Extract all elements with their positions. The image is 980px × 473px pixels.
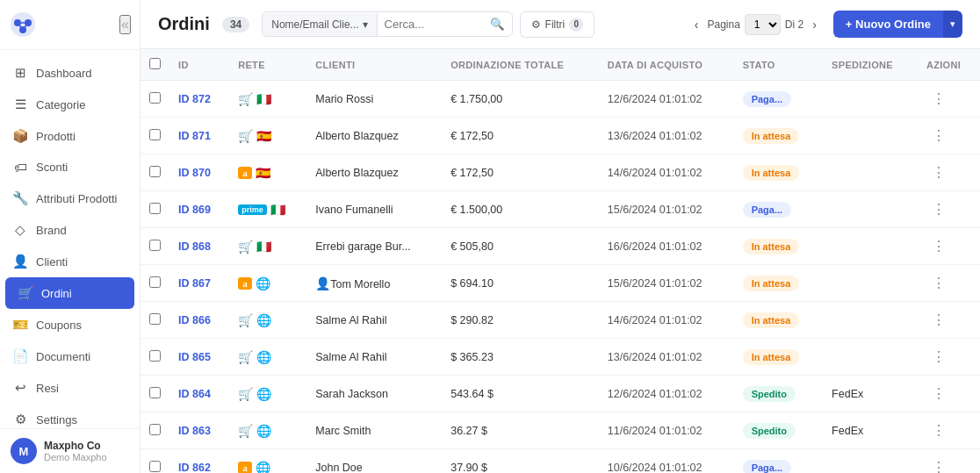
sidebar-nav: ⊞ Dashboard ☰ Categorie 📦 Prodotti 🏷 Sco… — [0, 50, 140, 428]
row-checkbox[interactable] — [149, 276, 161, 288]
order-date-cell: 16/6/2024 01:01:02 — [599, 228, 734, 265]
order-actions-cell: ⋮ — [918, 154, 980, 191]
order-id-link[interactable]: ID 865 — [178, 351, 211, 363]
sidebar-item-clienti[interactable]: 👤 Clienti — [0, 246, 140, 277]
dashboard-icon: ⊞ — [12, 65, 28, 81]
search-filter-dropdown[interactable]: Nome/Email Clie... ▾ — [263, 13, 377, 36]
order-id-cell: ID 864 — [169, 376, 229, 412]
order-actions-cell: ⋮ — [918, 81, 980, 118]
order-network-cell: 🛒 🌐 — [229, 339, 306, 376]
more-actions-button[interactable]: ⋮ — [926, 89, 951, 109]
row-checkbox[interactable] — [149, 350, 161, 362]
sidebar-item-brand[interactable]: ◇ Brand — [0, 214, 140, 246]
sidebar-item-prodotti[interactable]: 📦 Prodotti — [0, 120, 140, 152]
pagination-prev-button[interactable]: ‹ — [690, 16, 703, 33]
order-id-link[interactable]: ID 862 — [178, 462, 211, 474]
col-date: DATA DI ACQUISTO — [599, 49, 734, 81]
order-network-cell: 🛒 🇪🇸 — [229, 118, 306, 154]
more-actions-button[interactable]: ⋮ — [926, 420, 951, 441]
new-order-button[interactable]: + Nuovo Ordine — [833, 11, 943, 38]
row-checkbox[interactable] — [149, 203, 161, 214]
sidebar-item-sconti[interactable]: 🏷 Sconti — [0, 152, 140, 183]
more-actions-button[interactable]: ⋮ — [926, 125, 951, 146]
search-input[interactable] — [378, 12, 483, 36]
pagination-next-button[interactable]: › — [808, 16, 821, 33]
order-network-cell: 🛒 🌐 — [229, 412, 306, 449]
row-checkbox[interactable] — [149, 166, 161, 177]
more-actions-button[interactable]: ⋮ — [926, 162, 951, 183]
order-id-link[interactable]: ID 863 — [178, 425, 211, 437]
col-clienti: CLIENTI — [306, 49, 442, 81]
order-id-link[interactable]: ID 872 — [178, 93, 211, 105]
status-badge: Spedito — [743, 386, 796, 402]
order-id-cell: ID 863 — [169, 412, 229, 449]
table-row: ID 867 a 🌐 👤Tom Morello $ 694.10 15/6/20… — [141, 265, 980, 302]
row-checkbox-cell — [141, 376, 169, 412]
order-id-link[interactable]: ID 866 — [178, 314, 211, 326]
order-id-link[interactable]: ID 867 — [178, 277, 211, 290]
sidebar-item-label: Attributi Prodotti — [36, 192, 118, 205]
order-id-link[interactable]: ID 871 — [178, 130, 211, 142]
sidebar-item-categorie[interactable]: ☰ Categorie — [0, 89, 140, 120]
row-checkbox[interactable] — [149, 387, 161, 398]
more-actions-button[interactable]: ⋮ — [926, 457, 951, 473]
order-status-cell: In attesa — [734, 228, 823, 265]
sidebar-item-resi[interactable]: ↩ Resi — [0, 372, 140, 404]
order-date-cell: 12/6/2024 01:01:02 — [599, 376, 734, 412]
logo-icon — [9, 11, 37, 39]
order-date-cell: 10/6/2024 01:01:02 — [599, 449, 734, 474]
sidebar-collapse-button[interactable]: « — [119, 15, 131, 34]
more-actions-button[interactable]: ⋮ — [926, 310, 951, 330]
filter-button[interactable]: ⚙ Filtri 0 — [520, 11, 595, 38]
sidebar-item-ordini[interactable]: 🛒 Ordini — [5, 277, 134, 309]
flag-icon: 🌐 — [256, 350, 271, 364]
order-id-link[interactable]: ID 869 — [178, 204, 211, 216]
search-button[interactable]: 🔍 — [483, 12, 512, 36]
more-actions-button[interactable]: ⋮ — [926, 236, 951, 256]
order-id-cell: ID 866 — [169, 302, 229, 339]
row-checkbox[interactable] — [149, 424, 161, 435]
sidebar-item-coupons[interactable]: 🎫 Coupons — [0, 309, 140, 340]
row-checkbox[interactable] — [149, 92, 161, 104]
more-actions-button[interactable]: ⋮ — [926, 199, 951, 219]
order-id-link[interactable]: ID 864 — [178, 388, 211, 400]
status-badge: In attesa — [743, 276, 800, 291]
more-actions-button[interactable]: ⋮ — [926, 383, 951, 404]
sidebar-item-settings[interactable]: ⚙ Settings — [0, 404, 140, 428]
page-label: Pagina — [707, 18, 739, 31]
row-checkbox-cell — [141, 449, 169, 474]
row-checkbox-cell — [141, 302, 169, 339]
order-actions-cell: ⋮ — [918, 339, 980, 376]
more-actions-button[interactable]: ⋮ — [926, 347, 951, 367]
pagination: ‹ Pagina 1 2 Di 2 › — [690, 14, 821, 35]
row-checkbox[interactable] — [149, 461, 161, 472]
status-badge: Paga... — [743, 91, 791, 107]
order-status-cell: In attesa — [734, 118, 823, 154]
order-actions-cell: ⋮ — [918, 265, 980, 302]
order-shipping-cell — [823, 191, 918, 228]
order-id-link[interactable]: ID 870 — [178, 167, 211, 179]
order-network-cell: a 🇪🇸 — [229, 154, 306, 191]
page-select[interactable]: 1 2 — [745, 14, 781, 35]
flag-icon: 🇮🇹 — [256, 240, 271, 254]
search-filter-label: Nome/Email Clie... — [271, 18, 358, 31]
client-name: Alberto Blazquez — [315, 167, 399, 179]
row-checkbox[interactable] — [149, 129, 161, 140]
sidebar-item-attributi[interactable]: 🔧 Attributi Prodotti — [0, 183, 140, 214]
order-id-link[interactable]: ID 868 — [178, 240, 211, 253]
sidebar-item-label: Coupons — [36, 319, 82, 332]
new-order-dropdown-button[interactable]: ▾ — [943, 11, 962, 38]
row-checkbox[interactable] — [149, 313, 161, 325]
clienti-icon: 👤 — [12, 254, 28, 269]
col-azioni: AZIONI — [918, 49, 980, 81]
table-row: ID 872 🛒 🇮🇹 Mario Rossi € 1.750,00 12/6/… — [141, 81, 980, 118]
order-status-cell: Paga... — [734, 449, 823, 474]
more-actions-button[interactable]: ⋮ — [926, 273, 951, 293]
sidebar-item-dashboard[interactable]: ⊞ Dashboard — [0, 57, 140, 89]
select-all-checkbox[interactable] — [149, 58, 161, 69]
sidebar-item-documenti[interactable]: 📄 Documenti — [0, 340, 140, 372]
row-checkbox[interactable] — [149, 240, 161, 251]
order-shipping-cell — [823, 302, 918, 339]
ordini-icon: 🛒 — [18, 285, 33, 301]
col-stato: STATO — [734, 49, 823, 81]
